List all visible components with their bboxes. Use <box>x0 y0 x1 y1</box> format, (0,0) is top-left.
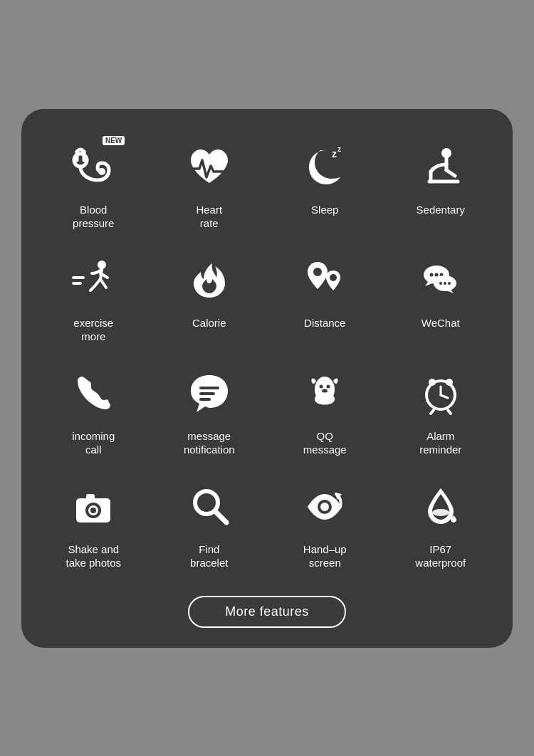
qq-label: QQmessage <box>303 429 347 457</box>
camera-label: Shake andtake photos <box>66 542 121 570</box>
svg-rect-41 <box>86 494 95 500</box>
handup-icon <box>296 478 353 535</box>
wechat-icon <box>412 252 469 309</box>
svg-point-16 <box>434 273 438 276</box>
alarm-icon <box>412 365 469 422</box>
calorie-label: Calorie <box>192 316 226 330</box>
waterproof-icon <box>412 478 469 535</box>
svg-point-20 <box>444 282 446 285</box>
svg-line-36 <box>448 410 451 414</box>
handup-label: Hand–upscreen <box>303 542 347 570</box>
more-features-button[interactable]: More features <box>188 596 346 628</box>
wechat-label: WeChat <box>422 316 460 330</box>
find-icon <box>181 478 238 535</box>
feature-calorie: Calorie <box>152 243 268 350</box>
new-badge: NEW <box>103 136 125 145</box>
svg-line-44 <box>215 511 226 523</box>
svg-point-13 <box>330 274 337 281</box>
svg-point-48 <box>432 509 449 516</box>
qq-icon <box>296 365 353 422</box>
distance-label: Distance <box>304 316 345 330</box>
svg-point-46 <box>320 503 329 511</box>
feature-exercise: exercisemore <box>36 243 152 350</box>
feature-waterproof: IP67waterproof <box>383 470 499 576</box>
calorie-icon <box>181 252 238 309</box>
svg-point-21 <box>448 282 451 285</box>
exercise-label: exercisemore <box>73 316 113 344</box>
features-grid: NEW Bloodpressure <box>36 130 498 576</box>
incoming-call-icon <box>65 365 122 422</box>
feature-sleep: z z Sleep <box>267 130 383 236</box>
sleep-icon: z z <box>296 139 353 196</box>
feature-qq: QQmessage <box>267 357 383 463</box>
sedentary-label: Sedentary <box>417 203 465 217</box>
svg-point-33 <box>429 379 436 386</box>
heart-rate-label: Heartrate <box>196 203 222 231</box>
feature-sedentary: Sedentary <box>383 130 499 236</box>
sleep-label: Sleep <box>311 203 338 217</box>
exercise-icon <box>65 252 122 309</box>
message-icon <box>181 365 238 422</box>
feature-heart-rate: Heartrate <box>152 130 268 236</box>
svg-point-12 <box>313 268 322 276</box>
feature-handup: Hand–upscreen <box>267 470 383 576</box>
svg-point-19 <box>439 282 442 285</box>
svg-point-40 <box>90 508 96 513</box>
svg-point-27 <box>327 384 330 388</box>
svg-line-35 <box>431 410 434 414</box>
heart-rate-icon <box>181 139 238 196</box>
distance-icon <box>296 252 353 309</box>
feature-wechat: WeChat <box>383 243 499 350</box>
feature-camera: Shake andtake photos <box>36 470 152 576</box>
blood-pressure-label: Bloodpressure <box>73 203 114 231</box>
svg-point-15 <box>429 273 433 276</box>
feature-blood-pressure: NEW Bloodpressure <box>36 130 152 236</box>
feature-incoming-call: incomingcall <box>36 357 152 463</box>
feature-find: Findbracelet <box>152 470 268 576</box>
svg-text:z: z <box>337 145 341 153</box>
incoming-call-label: incomingcall <box>72 429 115 457</box>
feature-distance: Distance <box>267 243 383 350</box>
svg-text:z: z <box>332 148 337 159</box>
find-label: Findbracelet <box>190 542 228 570</box>
svg-rect-42 <box>102 500 106 503</box>
message-label: messagenotification <box>184 429 235 457</box>
sedentary-icon <box>412 139 469 196</box>
camera-icon <box>65 478 122 535</box>
features-card: NEW Bloodpressure <box>21 109 513 648</box>
svg-point-26 <box>320 384 323 388</box>
svg-point-28 <box>322 389 328 392</box>
waterproof-label: IP67waterproof <box>415 542 466 570</box>
alarm-label: Alarmreminder <box>419 429 461 457</box>
feature-alarm: Alarmreminder <box>383 357 499 463</box>
svg-point-34 <box>446 379 453 386</box>
feature-message: messagenotification <box>152 357 268 463</box>
svg-point-1 <box>98 168 105 175</box>
blood-pressure-icon: NEW <box>65 139 122 196</box>
